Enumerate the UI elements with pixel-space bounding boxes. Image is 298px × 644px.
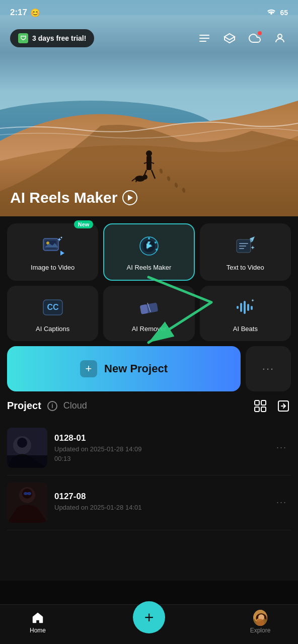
svg-point-17 [60,237,62,238]
tool-icon-beats [233,295,258,320]
tools-section: New Image to Video [0,216,298,398]
tool-image-to-video[interactable]: New Image to Video [7,223,98,281]
home-label: Home [30,627,46,634]
tool-icon-image-video [40,233,65,259]
project-item[interactable]: 0127-08 Updated on 2025-01-28 14:01 ··· [7,475,291,530]
svg-point-23 [156,249,158,251]
cloud-icon[interactable] [247,30,263,46]
svg-rect-39 [255,400,259,405]
status-emoji: 😊 [30,8,40,18]
more-dots: ··· [262,362,274,375]
tool-icon-remover [136,295,162,320]
tool-ai-captions[interactable]: CC AI Captions [7,286,98,341]
tool-label-beats: AI Beats [233,325,258,333]
share-icon[interactable] [276,398,291,414]
project-more-button[interactable]: ··· [272,438,291,457]
project-thumbnail [7,482,47,523]
projects-header-right [253,398,291,414]
project-item[interactable]: 0128-01 Updated on 2025-01-28 14:09 00:1… [7,421,291,475]
project-date: Updated on 2025-01-28 14:01 [54,504,265,511]
svg-point-9 [142,175,147,180]
project-name: 0127-08 [54,492,265,502]
projects-section: Project i Cloud [0,398,298,530]
play-circle-icon[interactable] [122,190,137,205]
menu-icon[interactable] [196,30,212,46]
hero-title[interactable]: AI Reels Maker [10,189,137,206]
svg-rect-35 [244,301,246,314]
project-thumbnail [7,428,47,468]
tool-label-captions: AI Captions [36,325,69,333]
status-time: 2:17 [10,8,27,18]
more-button[interactable]: ··· [246,346,291,391]
svg-point-52 [27,492,31,495]
tool-label-remover: AI Remover [132,325,167,333]
svg-point-56 [258,614,264,620]
tool-ai-remover[interactable]: AI Remover [103,286,194,341]
svg-point-21 [148,237,150,239]
svg-rect-47 [7,455,47,468]
new-project-button[interactable]: + New Project [7,346,241,391]
new-project-plus-icon: + [80,360,97,377]
svg-text:CC: CC [47,303,59,311]
fab-create-button[interactable]: + [133,601,165,633]
svg-rect-7 [146,156,152,170]
svg-rect-42 [261,407,266,412]
tool-icon-reels [136,233,162,259]
project-info: 0127-08 Updated on 2025-01-28 14:01 [54,492,265,513]
project-more-button[interactable]: ··· [272,493,291,512]
project-date: Updated on 2025-01-28 14:09 [54,445,265,453]
tool-label-reels: AI Reels Maker [127,264,172,272]
project-info: 0128-01 Updated on 2025-01-28 14:09 00:1… [54,433,265,462]
svg-rect-36 [247,304,249,311]
trial-badge[interactable]: 🛡 3 days free trial! [10,29,94,47]
info-icon[interactable]: i [47,401,57,411]
nav-icons [196,30,288,46]
nav-home[interactable]: Home [20,611,55,634]
svg-rect-40 [261,400,266,405]
bottom-navigation: Home + Explore [0,604,298,644]
tools-grid: New Image to Video [0,216,298,341]
hero-title-text: AI Reels Maker [10,189,117,206]
projects-header-left: Project i Cloud [7,400,87,412]
projects-title: Project [7,400,41,412]
notification-dot [258,31,262,35]
action-row: + New Project ··· [0,341,298,398]
project-list: 0128-01 Updated on 2025-01-28 14:09 00:1… [7,421,291,530]
svg-point-51 [24,492,28,495]
svg-rect-33 [237,306,239,309]
svg-point-6 [146,150,152,156]
new-project-label: New Project [104,362,168,375]
tool-icon-captions: CC [40,295,65,320]
tool-ai-beats[interactable]: AI Beats [200,286,291,341]
top-navigation: 🛡 3 days free trial! [0,25,298,51]
explore-icon [253,611,267,625]
grid-view-icon[interactable] [253,398,268,414]
project-duration: 00:13 [54,455,265,462]
hero-title-container: AI Reels Maker [10,189,137,206]
status-bar: 2:17 😊 65 [0,0,298,25]
tool-ai-reels-maker[interactable]: AI Reels Maker [103,223,194,281]
wifi-icon [267,9,276,16]
project-name: 0128-01 [54,433,265,443]
new-badge: New [74,220,94,228]
profile-icon[interactable] [272,30,288,46]
svg-point-13 [278,34,282,38]
hat-icon[interactable] [221,30,238,46]
nav-explore[interactable]: Explore [243,611,278,634]
hero-section: 2:17 😊 65 🛡 3 days free trial! [0,0,298,216]
tool-icon-text-video [233,233,258,259]
svg-point-22 [155,242,157,244]
svg-rect-41 [255,407,259,412]
svg-rect-34 [240,303,242,312]
fab-icon: + [144,608,154,627]
tool-label-text-video: Text to Video [227,264,264,272]
tool-label-image-video: Image to Video [31,264,74,272]
battery-level: 65 [280,9,288,17]
shield-icon: 🛡 [18,33,28,43]
status-icons: 65 [267,9,288,17]
home-icon [31,611,45,625]
cloud-tab[interactable]: Cloud [63,400,87,411]
trial-text: 3 days free trial! [32,34,86,42]
tool-text-to-video[interactable]: Text to Video [200,223,291,281]
projects-header: Project i Cloud [7,398,291,414]
